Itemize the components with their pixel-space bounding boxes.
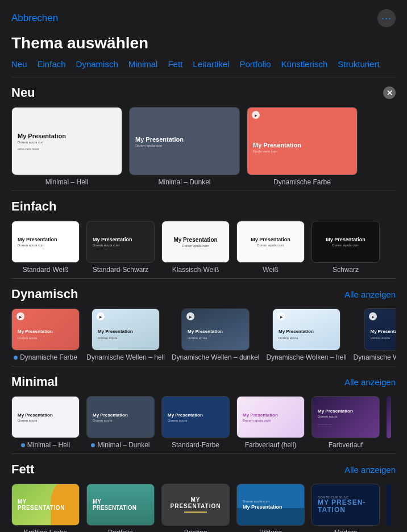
play-icon-dyn-farbe: [16, 312, 24, 320]
filter-tab-einfach[interactable]: Einfach: [38, 59, 66, 69]
theme-label-dyn-wellen-hell: Dynamische Wellen – hell: [86, 353, 165, 361]
page-title: Thema auswählen: [0, 32, 407, 59]
play-icon-dyn-wellen-dunkel: [186, 312, 194, 320]
theme-label-briefing: Briefing: [184, 529, 207, 532]
theme-item-portfolio[interactable]: MY PRESENTATION Portfolio: [86, 484, 155, 532]
theme-label-bildung: Bildung: [259, 529, 282, 532]
theme-item-dyn-wellen-hell[interactable]: My Presentation Dorem epula Dynamische W…: [86, 308, 165, 361]
theme-label-dynamische-farbe-neu: Dynamische Farbe: [273, 178, 331, 186]
theme-label-standard-farbe: Standard-Farbe: [172, 441, 219, 449]
peek-strip-minimal: [387, 396, 391, 438]
filter-tab-kuenstlerisch[interactable]: Künstlerisch: [281, 59, 328, 69]
theme-item-dyn-wolken-dunkel[interactable]: My Presentation Dorem epula Dynamische W…: [354, 308, 396, 361]
play-icon-dyn-wolken-hell: [277, 312, 285, 320]
filter-tabs: Neu Einfach Dynamisch Minimal Fett Leita…: [0, 59, 407, 77]
themes-row-dynamisch: My Presentation Dorem epula Dynamische F…: [11, 308, 396, 361]
play-icon-dyn-wellen-hell: [97, 312, 105, 320]
theme-item-dyn-wolken-hell[interactable]: My Presentation Dorem epula Dynamische W…: [266, 308, 346, 361]
theme-item-klassisch-weiss[interactable]: My Presentation Dorem epula cum Klassisc…: [161, 221, 230, 274]
theme-label-minimal-dunkel-neu: Minimal – Dunkel: [158, 178, 210, 186]
theme-item-min-hell[interactable]: My Presentation Dorem epula Minimal – He…: [11, 396, 80, 449]
theme-item-minimal-hell-neu[interactable]: My Presentation Dorem epula cum adica va…: [11, 107, 122, 186]
section-title-dynamisch: Dynamisch: [11, 287, 78, 302]
theme-item-dyn-farbe[interactable]: My Presentation Dorem epula Dynamische F…: [11, 308, 80, 361]
theme-label-standard-schwarz: Standard-Schwarz: [93, 266, 149, 274]
theme-label-modern: Modern: [334, 529, 358, 532]
theme-label-weiss: Weiß: [263, 266, 279, 274]
section-einfach: Einfach My Presentation Dorem epula cum …: [0, 191, 407, 278]
theme-label-farbverlauf-hell: Farbverlauf (hell): [245, 441, 297, 449]
theme-item-minimal-dunkel-neu[interactable]: My Presentation Dorem epula cum Minimal …: [129, 107, 240, 186]
section-title-minimal: Minimal: [11, 374, 58, 389]
theme-label-kraeftig-farbe: Kräftige Farbe: [24, 529, 67, 532]
section-dynamisch: Dynamisch Alle anzeigen My Presentation …: [0, 279, 407, 366]
theme-label-dyn-wolken-dunkel: Dynamische Wolken – dunkel: [354, 353, 396, 361]
theme-thumb-minimal-dunkel: My Presentation Dorem epula cum: [129, 107, 240, 175]
theme-item-dyn-wellen-dunkel[interactable]: My Presentation Dorem epula Dynamische W…: [172, 308, 260, 361]
theme-item-modern[interactable]: DONTE CUE NUNC MY PRESEN­TATION Modern: [312, 484, 380, 532]
theme-thumb-minimal-hell: My Presentation Dorem epula cum adica va…: [11, 107, 122, 175]
theme-label-dyn-wellen-dunkel: Dynamische Wellen – dunkel: [172, 353, 260, 361]
see-all-minimal-button[interactable]: Alle anzeigen: [344, 377, 396, 387]
theme-label-standard-weiss: Standard-Weiß: [23, 266, 68, 274]
themes-row-minimal: My Presentation Dorem epula Minimal – He…: [11, 396, 396, 449]
theme-item-standard-farbe[interactable]: My Presentation Dorem epula Standard-Far…: [161, 396, 230, 449]
filter-tab-leitartikel[interactable]: Leitartikel: [193, 59, 229, 69]
filter-tab-strukturiert[interactable]: Strukturiert: [338, 59, 379, 69]
play-icon-dynamische-farbe: [252, 111, 260, 119]
theme-item-min-dunkel[interactable]: My Presentation Dorem epula Minimal – Du…: [86, 396, 155, 449]
more-options-button[interactable]: ···: [377, 9, 396, 27]
theme-label-klassisch-weiss: Klassisch-Weiß: [172, 266, 219, 274]
theme-item-farbverlauf-hell[interactable]: My Presentation Bonem epula vario Farbve…: [236, 396, 305, 449]
section-title-einfach: Einfach: [11, 199, 56, 214]
theme-label-farbverlauf: Farbverlauf: [329, 441, 363, 449]
theme-item-bildung[interactable]: Dorem epula cum My Presentation Bildung: [236, 484, 305, 532]
close-section-neu-button[interactable]: ✕: [383, 86, 396, 99]
section-fett: Fett Alle anzeigen MY PRESENTATION Kräft…: [0, 454, 407, 532]
section-title-fett: Fett: [11, 462, 34, 477]
theme-label-schwarz: Schwarz: [333, 266, 359, 274]
see-all-dynamisch-button[interactable]: Alle anzeigen: [344, 290, 396, 299]
section-minimal: Minimal Alle anzeigen My Presentation Do…: [0, 366, 407, 453]
filter-tab-fett[interactable]: Fett: [168, 59, 182, 69]
theme-item-schwarz[interactable]: My Presentation Dorem epula cum Schwarz: [312, 221, 380, 274]
section-title-neu: Neu: [11, 85, 35, 100]
peek-strip-fett: [387, 484, 391, 526]
theme-thumb-dynamische-farbe: My Presentation Epula vario cum: [247, 107, 358, 175]
more-icon: ···: [381, 13, 392, 23]
filter-tab-dynamisch[interactable]: Dynamisch: [76, 59, 118, 69]
theme-label-minimal-hell-neu: Minimal – Hell: [45, 178, 88, 186]
theme-label-dyn-farbe: Dynamische Farbe: [14, 353, 77, 361]
filter-tab-portfolio[interactable]: Portfolio: [240, 59, 271, 69]
theme-item-kraeftig-farbe[interactable]: MY PRESENTATION Kräftige Farbe: [11, 484, 80, 532]
theme-item-weiss[interactable]: My Presentation Dorem epula cum Weiß: [236, 221, 305, 274]
filter-tab-minimal[interactable]: Minimal: [128, 59, 158, 69]
theme-label-dyn-wolken-hell: Dynamische Wolken – hell: [266, 353, 346, 361]
theme-item-briefing[interactable]: MY PRESENTATION Briefing: [161, 484, 230, 532]
section-neu: Neu ✕ My Presentation Dorem epula cum ad…: [0, 77, 407, 191]
theme-item-standard-schwarz[interactable]: My Presentation Dorem epula cum Standard…: [86, 221, 155, 274]
theme-item-farbverlauf[interactable]: My Presentation Dorem epula — — — — Farb…: [312, 396, 380, 449]
theme-label-portfolio: Portfolio: [108, 529, 133, 532]
theme-label-min-dunkel: Minimal – Dunkel: [91, 441, 149, 449]
themes-row-einfach: My Presentation Dorem epula cum Standard…: [11, 221, 396, 274]
theme-label-min-hell: Minimal – Hell: [21, 441, 70, 449]
theme-item-standard-weiss[interactable]: My Presentation Dorem epula cum Standard…: [11, 221, 80, 274]
cancel-button[interactable]: Abbrechen: [11, 13, 58, 24]
filter-tab-neu[interactable]: Neu: [11, 59, 27, 69]
see-all-fett-button[interactable]: Alle anzeigen: [344, 465, 396, 475]
themes-row-fett: MY PRESENTATION Kräftige Farbe MY PRESEN…: [11, 484, 396, 532]
theme-item-dynamische-farbe-neu[interactable]: My Presentation Epula vario cum Dynamisc…: [247, 107, 358, 186]
themes-row-neu: My Presentation Dorem epula cum adica va…: [11, 107, 396, 186]
